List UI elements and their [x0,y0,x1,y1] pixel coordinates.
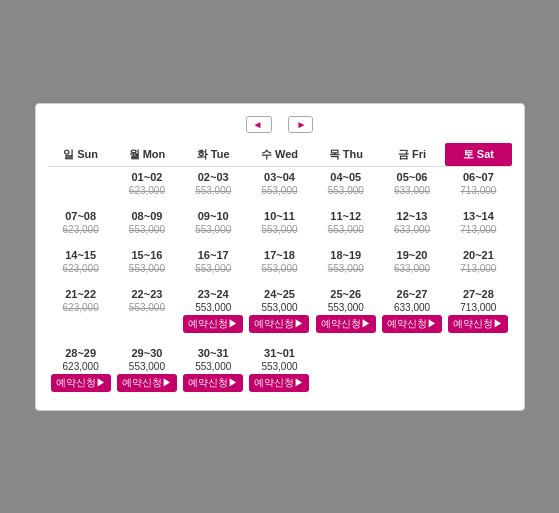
day-range: 01~02 [116,171,178,183]
calendar: ◄ ► 일 Sun월 Mon화 Tue수 Wed목 Thu금 Fri토 Sat … [35,103,525,411]
day-range: 11~12 [315,210,377,222]
day-cell: 08~09553,000 [114,206,180,241]
price: 553,000 [248,224,310,235]
price: 553,000 [116,224,178,235]
price: 553,000 [315,263,377,274]
book-button[interactable]: 예약신청▶ [117,374,177,392]
day-cell: 16~17553,000 [180,245,246,280]
day-range: 30~31 [182,347,244,359]
price: 553,000 [116,263,178,274]
price: 623,000 [116,185,178,196]
price: 713,000 [447,302,509,313]
book-button[interactable]: 예약신청▶ [448,315,508,333]
day-cell: 13~14713,000 [445,206,511,241]
day-range: 29~30 [116,347,178,359]
price: 553,000 [182,302,244,313]
day-range: 17~18 [248,249,310,261]
next-month-button[interactable]: ► [288,116,314,133]
weekday-header-sat: 토 Sat [445,143,511,167]
price: 623,000 [50,361,112,372]
day-range: 24~25 [248,288,310,300]
day-cell: 18~19553,000 [313,245,379,280]
price: 553,000 [248,302,310,313]
price: 553,000 [182,224,244,235]
weekday-header-fri: 금 Fri [379,143,445,167]
prev-month-button[interactable]: ◄ [246,116,272,133]
day-cell: 12~13633,000 [379,206,445,241]
day-range: 25~26 [315,288,377,300]
day-cell: 10~11553,000 [246,206,312,241]
price: 553,000 [248,185,310,196]
day-cell: 14~15623,000 [48,245,114,280]
price: 713,000 [447,263,509,274]
price: 623,000 [50,302,112,313]
day-range: 28~29 [50,347,112,359]
day-cell: 17~18553,000 [246,245,312,280]
weekday-header-wed: 수 Wed [246,143,312,167]
day-range: 22~23 [116,288,178,300]
prev-arrow-icon: ◄ [253,119,263,130]
day-cell: 31~01553,000예약신청▶ [246,343,312,398]
weekday-header-mon: 월 Mon [114,143,180,167]
price: 633,000 [381,263,443,274]
price: 553,000 [315,224,377,235]
week-row-1: 07~08623,00008~09553,00009~10553,00010~1… [48,206,512,241]
weekday-header-tue: 화 Tue [180,143,246,167]
calendar-header: ◄ ► [48,116,512,133]
day-range: 21~22 [50,288,112,300]
price: 553,000 [248,361,310,372]
day-range: 23~24 [182,288,244,300]
day-range: 07~08 [50,210,112,222]
next-arrow-icon: ► [297,119,307,130]
week-row-3: 21~22623,00022~23553,00023~24553,000예약신청… [48,284,512,339]
day-range: 14~15 [50,249,112,261]
day-cell [445,343,511,398]
day-range: 10~11 [248,210,310,222]
book-button[interactable]: 예약신청▶ [249,374,309,392]
book-button[interactable]: 예약신청▶ [316,315,376,333]
day-cell: 03~04553,000 [246,166,312,202]
book-button[interactable]: 예약신청▶ [382,315,442,333]
empty-cell [48,166,114,202]
price: 713,000 [447,185,509,196]
day-range: 08~09 [116,210,178,222]
price: 553,000 [182,263,244,274]
day-range: 16~17 [182,249,244,261]
day-range: 15~16 [116,249,178,261]
day-range: 13~14 [447,210,509,222]
price: 553,000 [182,361,244,372]
price: 623,000 [50,263,112,274]
day-cell [379,343,445,398]
price: 553,000 [248,263,310,274]
day-range: 19~20 [381,249,443,261]
day-cell: 07~08623,000 [48,206,114,241]
price: 633,000 [381,302,443,313]
day-range: 06~07 [447,171,509,183]
book-button[interactable]: 예약신청▶ [183,315,243,333]
price: 633,000 [381,224,443,235]
day-cell: 02~03553,000 [180,166,246,202]
book-button[interactable]: 예약신청▶ [183,374,243,392]
day-cell: 09~10553,000 [180,206,246,241]
day-cell: 28~29623,000예약신청▶ [48,343,114,398]
day-range: 05~06 [381,171,443,183]
price: 553,000 [315,302,377,313]
price: 623,000 [50,224,112,235]
day-range: 12~13 [381,210,443,222]
price: 553,000 [182,185,244,196]
day-range: 18~19 [315,249,377,261]
price: 633,000 [381,185,443,196]
book-button[interactable]: 예약신청▶ [249,315,309,333]
day-cell: 29~30553,000예약신청▶ [114,343,180,398]
book-button[interactable]: 예약신청▶ [51,374,111,392]
day-range: 31~01 [248,347,310,359]
day-cell: 24~25553,000예약신청▶ [246,284,312,339]
day-cell: 20~21713,000 [445,245,511,280]
day-cell: 19~20633,000 [379,245,445,280]
weekday-header-sun: 일 Sun [48,143,114,167]
day-range: 26~27 [381,288,443,300]
day-cell: 30~31553,000예약신청▶ [180,343,246,398]
day-cell: 11~12553,000 [313,206,379,241]
calendar-table: 일 Sun월 Mon화 Tue수 Wed목 Thu금 Fri토 Sat 01~0… [48,143,512,398]
day-range: 02~03 [182,171,244,183]
